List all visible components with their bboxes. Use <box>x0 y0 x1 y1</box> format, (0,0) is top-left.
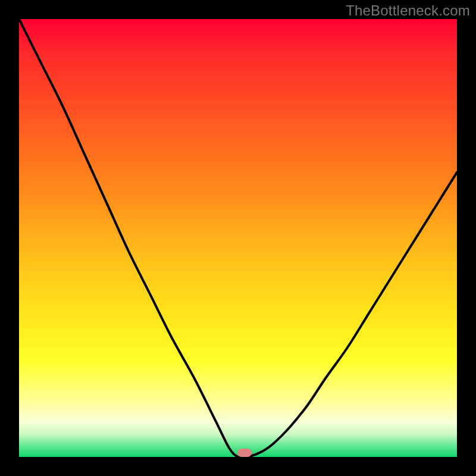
watermark-label: TheBottleneck.com <box>346 2 470 19</box>
optimal-marker <box>237 449 252 457</box>
plot-area <box>19 19 457 457</box>
curve-path <box>19 19 457 457</box>
chart-frame: TheBottleneck.com <box>0 0 476 476</box>
bottleneck-curve <box>19 19 457 457</box>
